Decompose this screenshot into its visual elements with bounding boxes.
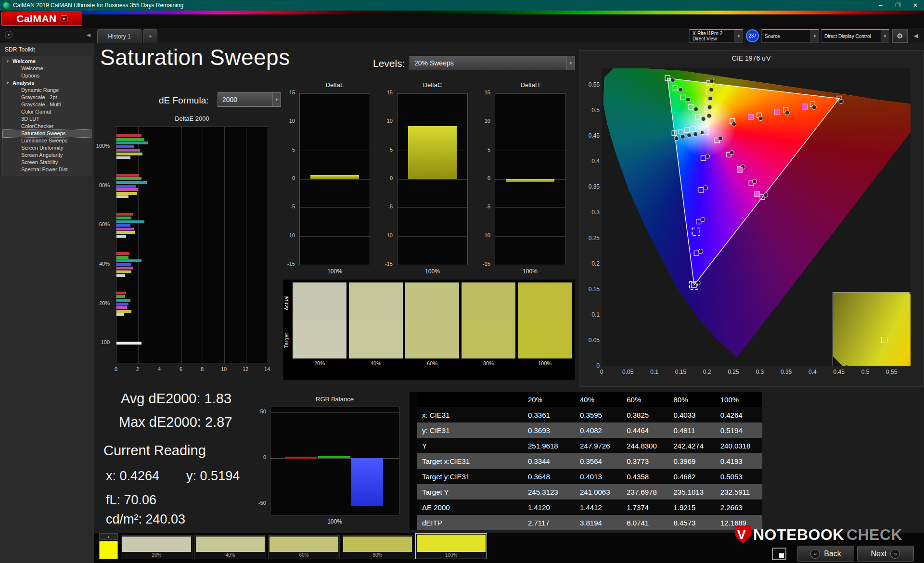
- bottom-swatch-60[interactable]: 60%: [268, 535, 340, 559]
- table-cell: 2.7117: [523, 515, 575, 530]
- de-bar: [116, 177, 141, 180]
- table-cell: 0.4193: [716, 453, 762, 469]
- back-button[interactable]: « Back: [797, 546, 854, 562]
- y-tick-label: -10: [471, 232, 490, 238]
- measured-marker: [718, 136, 722, 141]
- sidebar-item-3d-lut[interactable]: 3D LUT: [3, 115, 91, 123]
- back-label: Back: [824, 550, 841, 558]
- gridline: [300, 207, 370, 208]
- calman-logo[interactable]: CalMAN ▼: [1, 12, 82, 26]
- titlebar: CalMAN 2019 CalMAN Ultimate for Business…: [0, 0, 924, 11]
- sidebar-title: SDR Toolkit: [0, 43, 94, 55]
- sidebar-pin-icon[interactable]: ●: [5, 31, 13, 38]
- table-cell: 0.3648: [523, 469, 575, 484]
- spectrum-strip: [0, 11, 924, 14]
- x-tick-label: 8: [198, 366, 206, 372]
- y-tick-label: -5: [373, 204, 393, 209]
- rgb-balance-title: RGB Balance: [270, 396, 399, 403]
- table-cell: 0.3693: [523, 422, 575, 438]
- deltae-x-axis: 02468101214: [116, 366, 268, 374]
- chevron-down-icon[interactable]: ▼: [566, 56, 575, 70]
- de-bar: [116, 149, 140, 152]
- gridline: [300, 93, 370, 94]
- bottom-swatch-20[interactable]: 20%: [121, 535, 192, 559]
- measured-marker: [693, 132, 698, 136]
- target-color: [349, 320, 403, 358]
- bottom-swatch-80[interactable]: 80%: [342, 535, 413, 559]
- source-label: Source: [765, 34, 780, 39]
- de-bar: [116, 310, 131, 313]
- table-cell: 3.8194: [575, 515, 622, 530]
- meter-dropdown[interactable]: X-Rite i1Pro 2 Direct View ▼: [689, 29, 743, 43]
- next-button[interactable]: Next »: [857, 546, 914, 562]
- x-tick-label: 0.5: [859, 369, 872, 375]
- actual-color: [462, 282, 515, 320]
- settings-button[interactable]: ⚙: [892, 29, 908, 43]
- display-icon[interactable]: [772, 548, 786, 560]
- source-dropdown[interactable]: Source ▼: [761, 29, 819, 43]
- meter-line2: Direct View: [693, 36, 717, 41]
- display-control-dropdown[interactable]: Direct Display Control ▼: [821, 29, 889, 43]
- sidebar-group-label: Analysis: [13, 80, 34, 86]
- right-panel-collapse-icon[interactable]: ◀: [911, 29, 921, 43]
- bottom-swatch-40[interactable]: 40%: [194, 535, 266, 559]
- minimize-button[interactable]: –: [872, 0, 889, 11]
- levels-select[interactable]: 20% Sweeps ▼: [410, 56, 575, 70]
- tree-expander-icon: ▾: [7, 59, 9, 64]
- y-tick-label: 100: [74, 339, 110, 345]
- chevron-down-icon[interactable]: ▼: [810, 30, 819, 42]
- current-patch-swatch[interactable]: [99, 541, 118, 559]
- de-bar: [116, 220, 144, 223]
- x-tick-label: 2: [134, 366, 141, 372]
- max-de2000-value: Max dE2000: 2.87: [119, 414, 232, 430]
- column-header: 60%: [622, 392, 668, 407]
- sidebar-item-grayscale-2pt[interactable]: Grayscale - 2pt: [3, 94, 91, 101]
- tab-history-1[interactable]: History 1: [97, 29, 141, 43]
- close-button[interactable]: ✕: [907, 0, 924, 11]
- x-tick-label: 0: [595, 369, 608, 375]
- next-chevron-icon: »: [890, 549, 900, 559]
- table-cell: 0.5194: [716, 422, 762, 438]
- table-cell: 247.9726: [575, 438, 622, 453]
- swatch-color: [196, 537, 265, 552]
- table-row: y: CIE310.36930.40820.44640.48110.5194: [413, 422, 762, 438]
- rgb-balance-chart: [270, 407, 399, 515]
- table-cell: 2.2663: [716, 499, 762, 515]
- sidebar-item-color-gamut[interactable]: Color Gamut: [3, 108, 91, 115]
- sidebar-group-analysis[interactable]: ▾Analysis: [3, 79, 91, 87]
- watermark-notebook-text: NOTEBOOK: [753, 526, 844, 544]
- gridline: [495, 265, 565, 265]
- measured-marker: [708, 96, 712, 101]
- meter-count-badge[interactable]: 237: [746, 29, 759, 42]
- table-row: x: CIE310.33610.35950.38250.40330.4264: [413, 407, 762, 422]
- bottom-swatch-100[interactable]: 100%: [415, 533, 487, 559]
- swatch-popup-arrow-icon[interactable]: ▲: [99, 533, 118, 540]
- swatch-label: 100%: [417, 552, 486, 558]
- swatch-percent-label: 40%: [349, 360, 403, 366]
- logo-dropdown-icon[interactable]: ▼: [61, 15, 67, 22]
- table-cell: 1.4120: [523, 499, 575, 515]
- swatch-color: [122, 537, 191, 552]
- tab-add[interactable]: +: [143, 29, 157, 43]
- row-label: y: CIE31: [413, 422, 523, 438]
- sidebar-item-dynamic-range[interactable]: Dynamic Range: [3, 87, 91, 94]
- maximize-button[interactable]: ❐: [889, 0, 907, 11]
- deltal-y-axis: 151050-5-10-15: [278, 93, 297, 265]
- gridline: [224, 127, 225, 363]
- sidebar-collapse-icon[interactable]: ◀: [85, 31, 92, 38]
- swatch-color: [270, 537, 338, 552]
- table-cell: 0.4013: [575, 469, 622, 484]
- x-tick-label: 0.4: [806, 369, 819, 375]
- de-formula-select[interactable]: 2000 ▼: [218, 92, 281, 107]
- sidebar-group-welcome[interactable]: ▾Welcome: [3, 58, 91, 65]
- chevron-down-icon[interactable]: ▼: [734, 30, 743, 42]
- sidebar-item-welcome[interactable]: Welcome: [3, 65, 91, 72]
- sidebar-item-grayscale-multi[interactable]: Grayscale - Multi: [3, 101, 91, 108]
- chevron-down-icon[interactable]: ▼: [881, 30, 889, 42]
- sidebar-item-options[interactable]: Options: [3, 72, 91, 79]
- x-tick-label: 0.3: [753, 369, 767, 375]
- table-cell: 240.0318: [716, 438, 762, 453]
- de-bar: [116, 217, 131, 219]
- current-cdm2-value: cd/m²: 240.03: [106, 512, 185, 527]
- y-tick-label: 10: [373, 118, 393, 124]
